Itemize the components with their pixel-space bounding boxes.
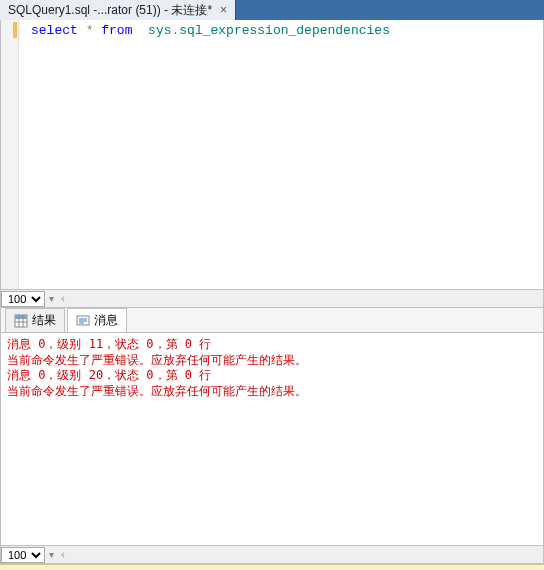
message-icon bbox=[76, 314, 90, 328]
scroll-left-icon[interactable]: ‹ bbox=[57, 549, 69, 560]
tab-results-label: 结果 bbox=[32, 312, 56, 329]
zoom-select[interactable]: 100 % bbox=[1, 291, 45, 307]
message-line: 当前命令发生了严重错误。应放弃任何可能产生的结果。 bbox=[7, 384, 537, 400]
document-tab-bar: SQLQuery1.sql -...rator (51)) - 未连接* × bbox=[0, 0, 544, 20]
tab-messages-label: 消息 bbox=[94, 312, 118, 329]
sys-object: sys bbox=[148, 23, 171, 38]
dropdown-arrow-icon[interactable]: ▾ bbox=[45, 549, 57, 560]
dropdown-arrow-icon[interactable]: ▾ bbox=[45, 293, 57, 304]
close-icon[interactable]: × bbox=[218, 3, 229, 17]
zoom-bar-bottom: 100 % ▾ ‹ bbox=[0, 546, 544, 564]
messages-pane[interactable]: 消息 0，级别 11，状态 0，第 0 行 当前命令发生了严重错误。应放弃任何可… bbox=[0, 332, 544, 546]
document-tab-title: SQLQuery1.sql -...rator (51)) - 未连接* bbox=[8, 2, 212, 19]
message-line: 消息 0，级别 20，状态 0，第 0 行 bbox=[7, 368, 537, 384]
message-line: 消息 0，级别 11，状态 0，第 0 行 bbox=[7, 337, 537, 353]
keyword: from bbox=[101, 23, 132, 38]
sql-editor[interactable]: select * from sys.sql_expression_depende… bbox=[0, 20, 544, 290]
sys-object: sql_expression_dependencies bbox=[179, 23, 390, 38]
line-marker bbox=[13, 22, 17, 38]
tab-messages[interactable]: 消息 bbox=[67, 308, 127, 332]
zoom-bar-top: 100 % ▾ ‹ bbox=[0, 290, 544, 308]
code-line: select * from sys.sql_expression_depende… bbox=[31, 23, 390, 38]
document-tab[interactable]: SQLQuery1.sql -...rator (51)) - 未连接* × bbox=[0, 0, 236, 20]
zoom-select[interactable]: 100 % bbox=[1, 547, 45, 563]
status-strip bbox=[0, 564, 544, 570]
grid-icon bbox=[14, 314, 28, 328]
scroll-left-icon[interactable]: ‹ bbox=[57, 293, 69, 304]
result-tab-bar: 结果 消息 bbox=[0, 308, 544, 332]
svg-rect-1 bbox=[15, 315, 27, 319]
operator: * bbox=[86, 23, 94, 38]
editor-gutter bbox=[1, 20, 19, 289]
keyword: select bbox=[31, 23, 78, 38]
message-line: 当前命令发生了严重错误。应放弃任何可能产生的结果。 bbox=[7, 353, 537, 369]
tab-results[interactable]: 结果 bbox=[5, 308, 65, 332]
